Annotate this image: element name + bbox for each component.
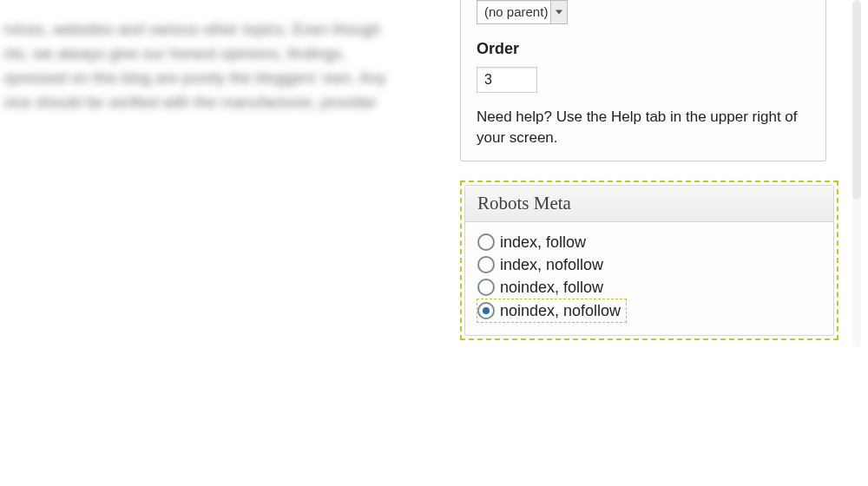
parent-select-value: (no parent) [484, 4, 548, 19]
help-text: Need help? Use the Help tab in the upper… [477, 107, 810, 148]
robots-option-label: noindex, nofollow [500, 299, 621, 322]
robots-option-index-nofollow[interactable]: index, nofollow [477, 253, 821, 276]
sidebar: (no parent) Order Need help? Use the Hel… [460, 0, 833, 340]
parent-select[interactable]: (no parent) [477, 0, 568, 24]
scrollbar-thumb[interactable] [852, 0, 861, 200]
radio-icon [477, 302, 495, 319]
robots-option-noindex-follow[interactable]: noindex, follow [477, 276, 821, 299]
robots-option-label: index, nofollow [500, 253, 603, 276]
order-label: Order [477, 40, 810, 58]
robots-meta-metabox: Robots Meta index, follow index, nofollo… [464, 185, 834, 336]
robots-meta-highlight: Robots Meta index, follow index, nofollo… [460, 181, 838, 340]
chevron-down-icon [550, 1, 567, 23]
robots-option-index-follow[interactable]: index, follow [477, 231, 821, 253]
page-attributes-metabox: (no parent) Order Need help? Use the Hel… [460, 0, 826, 161]
order-input[interactable] [477, 67, 537, 93]
robots-option-label: noindex, follow [500, 276, 603, 299]
blurred-line: nts, we always give our honest opinions,… [0, 42, 417, 66]
robots-option-label: index, follow [500, 231, 586, 253]
blurred-line: xpressed on this blog are purely the blo… [0, 66, 417, 90]
blurred-line: vice should be verified with the manufac… [0, 90, 417, 115]
blurred-line: rvices, websites and various other topic… [0, 17, 417, 42]
robots-option-noindex-nofollow[interactable]: noindex, nofollow [477, 299, 627, 323]
editor-blurred-content: rvices, websites and various other topic… [0, 17, 417, 115]
robots-meta-options: index, follow index, nofollow noindex, f… [465, 222, 833, 335]
radio-icon [477, 256, 495, 273]
radio-icon [477, 279, 495, 296]
radio-icon [477, 233, 495, 251]
robots-meta-title: Robots Meta [465, 186, 833, 222]
scrollbar[interactable] [852, 0, 861, 347]
